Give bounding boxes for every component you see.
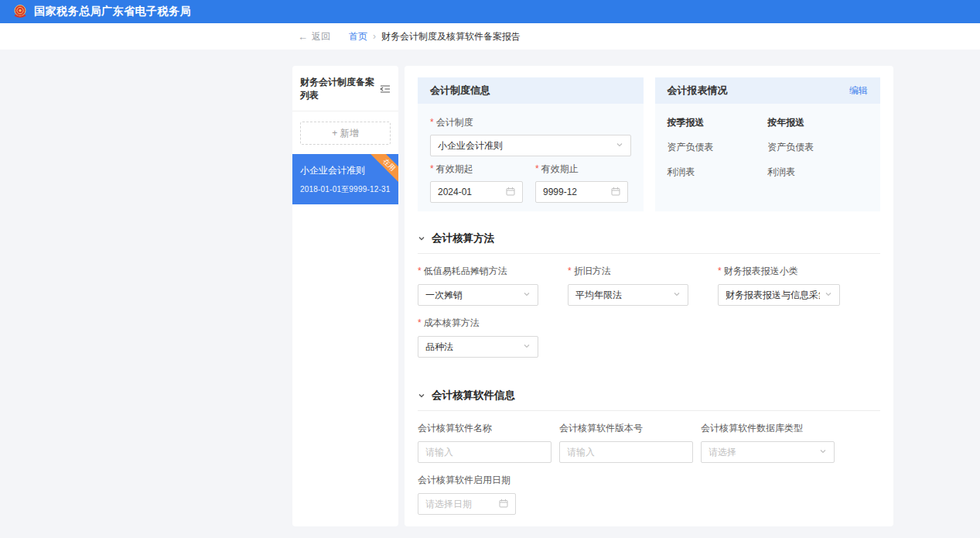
depreciation-label: *折旧方法 [568, 265, 688, 278]
report-status-panel: 会计报表情况 编辑 按季报送 资产负债表 利润表 按年报送 资产负债表 利润 [655, 77, 881, 211]
report-item: 资产负债表 [668, 141, 768, 154]
valid-to-col: *有效期止 9999-12 [535, 156, 628, 203]
software-version-label: 会计核算软件版本号 [559, 422, 693, 435]
sidebar-header: 财务会计制度备案列表 [292, 66, 398, 111]
valid-from-date-input[interactable]: 2024-01 [430, 181, 523, 203]
report-item: 资产负债表 [767, 141, 868, 154]
accounting-method-fields: *低值易耗品摊销方法 一次摊销 *折旧方法 平均年限法 [418, 254, 880, 358]
report-status-panel-title: 会计报表情况 [668, 84, 728, 98]
report-columns: 按季报送 资产负债表 利润表 按年报送 资产负债表 利润表 [668, 110, 869, 190]
software-name-input[interactable] [418, 441, 551, 463]
software-name-col: 会计核算软件名称 [418, 411, 551, 463]
sidebar-title: 财务会计制度备案列表 [300, 76, 380, 102]
database-type-select[interactable]: 请选择 [701, 441, 835, 463]
valid-to-value: 9999-12 [543, 187, 606, 197]
amortization-label: *低值易耗品摊销方法 [418, 265, 538, 278]
accounting-system-label: *会计制度 [430, 116, 631, 129]
accounting-method-section-header[interactable]: 会计核算方法 [418, 231, 880, 254]
chevron-down-icon [819, 447, 827, 457]
list-item-name: 小企业会计准则 [300, 164, 391, 177]
report-subtype-select[interactable]: 财务报表报送与信息采集（小企业会... [718, 284, 840, 306]
workspace: 财务会计制度备案列表 + 新增 小企业会计准则 2018-01-01至9999-… [0, 50, 980, 538]
software-version-col: 会计核算软件版本号 [559, 411, 693, 463]
breadcrumb-home-link[interactable]: 首页 [349, 30, 367, 43]
quarterly-report-column: 按季报送 资产负债表 利润表 [668, 116, 768, 190]
software-info-section-header[interactable]: 会计核算软件信息 [418, 389, 880, 411]
chevron-down-icon [616, 140, 623, 151]
calendar-icon [611, 187, 620, 198]
main-panel: 会计制度信息 *会计制度 小企业会计准则 [405, 66, 893, 526]
database-type-col: 会计核算软件数据库类型 请选择 [701, 411, 835, 463]
report-status-panel-body: 按季报送 资产负债表 利润表 按年报送 资产负债表 利润表 [655, 104, 881, 211]
accounting-system-panel: 会计制度信息 *会计制度 小企业会计准则 [418, 77, 644, 211]
depreciation-col: *折旧方法 平均年限法 [568, 254, 688, 306]
depreciation-select[interactable]: 平均年限法 [568, 284, 688, 306]
accounting-method-section-title: 会计核算方法 [432, 231, 494, 245]
amortization-col: *低值易耗品摊销方法 一次摊销 [418, 254, 538, 306]
chevron-down-icon [523, 341, 531, 352]
database-type-label: 会计核算软件数据库类型 [701, 422, 835, 435]
annual-title: 按年报送 [767, 116, 868, 129]
report-subtype-value: 财务报表报送与信息采集（小企业会... [726, 289, 820, 302]
chevron-down-icon [825, 290, 832, 300]
valid-from-col: *有效期起 2024-01 [430, 156, 523, 203]
amortization-value: 一次摊销 [425, 289, 518, 302]
section-collapse-icon [418, 389, 425, 403]
enable-date-placeholder: 请选择日期 [425, 498, 494, 511]
valid-period-row: *有效期起 2024-01 *有效期止 [430, 156, 631, 203]
top-bar: 国家税务总局广东省电子税务局 [0, 0, 980, 23]
breadcrumb-separator: › [373, 31, 376, 42]
cost-method-select[interactable]: 品种法 [418, 336, 538, 358]
enable-date-input[interactable]: 请选择日期 [418, 493, 516, 515]
enable-date-label: 会计核算软件启用日期 [418, 474, 516, 487]
chevron-down-icon [673, 290, 681, 300]
enable-date-col: 会计核算软件启用日期 请选择日期 [418, 463, 516, 515]
accounting-system-value: 小企业会计准则 [438, 139, 611, 152]
amortization-select[interactable]: 一次摊销 [418, 284, 538, 306]
edit-reports-link[interactable]: 编辑 [849, 84, 868, 98]
breadcrumb: ← 返回 首页 › 财务会计制度及核算软件备案报告 [0, 23, 980, 50]
accounting-system-panel-body: *会计制度 小企业会计准则 *有效期起 [418, 104, 644, 211]
back-arrow-icon: ← [298, 31, 308, 43]
calendar-icon [499, 499, 508, 510]
annual-report-column: 按年报送 资产负债表 利润表 [767, 116, 868, 190]
list-item-period: 2018-01-01至9999-12-31 [300, 184, 391, 195]
back-button[interactable]: ← 返回 [298, 30, 330, 43]
cost-method-value: 品种法 [425, 341, 518, 354]
info-panels-row: 会计制度信息 *会计制度 小企业会计准则 [418, 77, 880, 211]
accounting-system-panel-title: 会计制度信息 [430, 84, 490, 98]
chevron-down-icon [523, 290, 531, 300]
quarterly-title: 按季报送 [668, 116, 768, 129]
breadcrumb-current: 财务会计制度及核算软件备案报告 [381, 30, 521, 43]
sidebar: 财务会计制度备案列表 + 新增 小企业会计准则 2018-01-01至9999-… [292, 66, 398, 526]
report-item: 利润表 [767, 166, 868, 179]
software-info-fields: 会计核算软件名称 会计核算软件版本号 会计核算软件数据库类型 请选择 [418, 411, 880, 463]
site-title: 国家税务总局广东省电子税务局 [34, 5, 191, 19]
valid-from-value: 2024-01 [438, 187, 501, 197]
software-name-label: 会计核算软件名称 [418, 422, 551, 435]
accounting-system-select[interactable]: 小企业会计准则 [430, 135, 631, 156]
section-collapse-icon [418, 231, 425, 245]
accounting-system-panel-header: 会计制度信息 [418, 77, 644, 104]
valid-to-date-input[interactable]: 9999-12 [535, 181, 628, 203]
list-item-accounting-standard[interactable]: 小企业会计准则 2018-01-01至9999-12-31 在用 [292, 154, 398, 204]
add-record-button[interactable]: + 新增 [300, 122, 391, 145]
software-version-input[interactable] [559, 441, 693, 463]
calendar-icon [506, 187, 515, 198]
report-status-panel-header: 会计报表情况 编辑 [655, 77, 881, 104]
back-label: 返回 [312, 30, 330, 43]
valid-from-label: *有效期起 [430, 163, 523, 176]
collapse-list-icon[interactable] [380, 84, 391, 94]
tax-emblem-logo-icon [12, 4, 28, 19]
report-item: 利润表 [668, 166, 768, 179]
cost-method-label: *成本核算方法 [418, 317, 538, 330]
report-subtype-label: *财务报表报送小类 [718, 265, 840, 278]
report-subtype-col: *财务报表报送小类 财务报表报送与信息采集（小企业会... [718, 254, 840, 306]
software-info-section-title: 会计核算软件信息 [432, 389, 515, 403]
database-type-placeholder: 请选择 [709, 446, 814, 459]
depreciation-value: 平均年限法 [575, 289, 668, 302]
software-date-row: 会计核算软件启用日期 请选择日期 [418, 463, 880, 515]
valid-to-label: *有效期止 [535, 163, 628, 176]
cost-method-col: *成本核算方法 品种法 [418, 306, 538, 358]
